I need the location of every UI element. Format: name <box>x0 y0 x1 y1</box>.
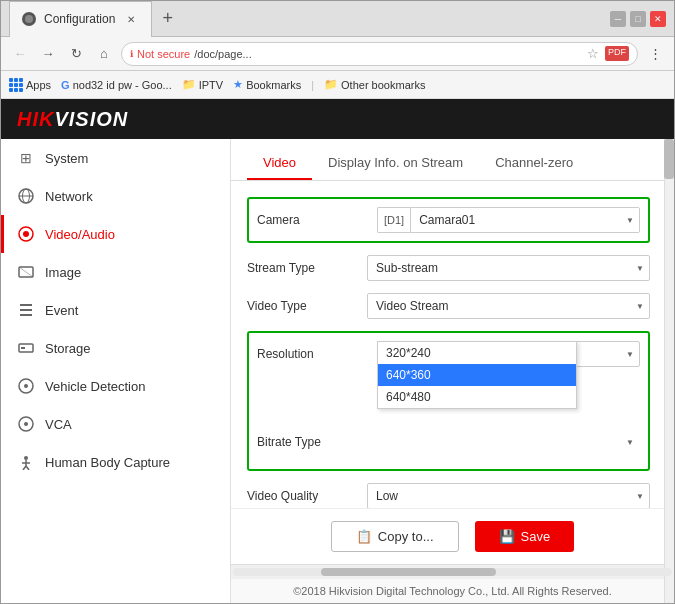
sidebar-item-vca[interactable]: VCA <box>1 405 230 443</box>
vehicle-detection-icon <box>17 377 35 395</box>
sidebar-item-vehicle-detection[interactable]: Vehicle Detection <box>1 367 230 405</box>
title-bar: Configuration ✕ + ─ □ ✕ <box>1 1 674 37</box>
active-tab[interactable]: Configuration ✕ <box>9 1 152 37</box>
svg-rect-12 <box>21 347 25 349</box>
bookmark-star-icon[interactable]: ☆ <box>587 46 599 61</box>
pdf-icon[interactable]: PDF <box>605 46 629 61</box>
footer-copyright: ©2018 Hikvision Digital Technology Co., … <box>231 578 674 603</box>
dropdown-option-640-480[interactable]: 640*480 <box>378 386 576 408</box>
forward-button[interactable]: → <box>37 43 59 65</box>
not-secure-label: Not secure <box>137 48 190 60</box>
menu-button[interactable]: ⋮ <box>644 43 666 65</box>
dropdown-option-640-360[interactable]: 640*360 <box>378 364 576 386</box>
browser-window: Configuration ✕ + ─ □ ✕ ← → ↻ ⌂ ℹ Not se… <box>0 0 675 604</box>
video-quality-label: Video Quality <box>247 489 367 503</box>
sidebar-item-storage[interactable]: Storage <box>1 329 230 367</box>
stream-type-label: Stream Type <box>247 261 367 275</box>
google-bookmark[interactable]: G nod32 id pw - Goo... <box>61 79 172 91</box>
vehicle-detection-label: Vehicle Detection <box>45 379 145 394</box>
event-icon <box>17 301 35 319</box>
maximize-button[interactable]: □ <box>630 11 646 27</box>
camera-control: [D1] Camara01 <box>377 207 640 233</box>
minimize-button[interactable]: ─ <box>610 11 626 27</box>
network-icon <box>17 187 35 205</box>
other-folder-icon: 📁 <box>324 78 338 91</box>
google-icon: G <box>61 79 70 91</box>
video-type-select[interactable]: Video Stream <box>367 293 650 319</box>
resolution-label: Resolution <box>257 347 377 361</box>
tabs-row: Video Display Info. on Stream Channel-ze… <box>231 139 674 181</box>
resolution-form-group: Resolution 640*360 <box>257 341 640 367</box>
human-body-label: Human Body Capture <box>45 455 170 470</box>
tab-channel-zero-label: Channel-zero <box>495 155 573 170</box>
tab-channel-zero[interactable]: Channel-zero <box>479 147 589 180</box>
bookmarks-item[interactable]: ★ Bookmarks <box>233 78 301 91</box>
hik-logo: HIKVISION <box>17 108 128 131</box>
vca-icon <box>17 415 35 433</box>
resolution-bitrate-group: Resolution 640*360 <box>247 331 650 471</box>
copy-icon: 📋 <box>356 529 372 544</box>
logo-hik: HIK <box>17 108 54 130</box>
svg-point-0 <box>25 15 33 23</box>
video-type-label: Video Type <box>247 299 367 313</box>
bookmarks-bar: Apps G nod32 id pw - Goo... 📁 IPTV ★ Boo… <box>1 71 674 99</box>
tab-title: Configuration <box>44 12 115 26</box>
sidebar-item-image[interactable]: Image <box>1 253 230 291</box>
sidebar-item-system[interactable]: ⊞ System <box>1 139 230 177</box>
tab-display-info[interactable]: Display Info. on Stream <box>312 147 479 180</box>
tab-favicon <box>22 12 36 26</box>
other-bookmarks[interactable]: 📁 Other bookmarks <box>324 78 425 91</box>
save-button[interactable]: 💾 Save <box>475 521 575 552</box>
window-controls: ─ □ ✕ <box>610 11 666 27</box>
sidebar-item-video-audio[interactable]: Video/Audio <box>1 215 230 253</box>
sidebar-item-event[interactable]: Event <box>1 291 230 329</box>
tab-close-button[interactable]: ✕ <box>123 11 139 27</box>
video-audio-icon <box>17 225 35 243</box>
home-button[interactable]: ⌂ <box>93 43 115 65</box>
back-button[interactable]: ← <box>9 43 31 65</box>
vertical-scrollbar[interactable] <box>664 139 674 603</box>
bitrate-type-label: Bitrate Type <box>257 435 377 449</box>
save-label: Save <box>521 529 551 544</box>
network-label: Network <box>45 189 93 204</box>
url-bar[interactable]: ℹ Not secure /doc/page... ☆ PDF <box>121 42 638 66</box>
svg-point-16 <box>24 422 28 426</box>
video-type-control: Video Stream <box>367 293 650 319</box>
close-button[interactable]: ✕ <box>650 11 666 27</box>
logo-vision: VISION <box>54 108 128 130</box>
apps-bookmark[interactable]: Apps <box>9 78 51 92</box>
human-body-icon <box>17 453 35 471</box>
google-label: nod32 id pw - Goo... <box>73 79 172 91</box>
hikvision-app: HIKVISION ⊞ System Network <box>1 99 674 603</box>
refresh-button[interactable]: ↻ <box>65 43 87 65</box>
camera-badge: [D1] <box>377 207 410 233</box>
camera-form-group: Camera [D1] Camara01 <box>257 207 640 233</box>
copy-to-button[interactable]: 📋 Copy to... <box>331 521 459 552</box>
camera-group: Camera [D1] Camara01 <box>247 197 650 243</box>
resolution-control: 640*360 320*240 <box>377 341 640 367</box>
sidebar: ⊞ System Network Video/Audio <box>1 139 231 603</box>
save-icon: 💾 <box>499 529 515 544</box>
bookmarks-label: Bookmarks <box>246 79 301 91</box>
apps-label: Apps <box>26 79 51 91</box>
tab-video[interactable]: Video <box>247 147 312 180</box>
option-640-480-label: 640*480 <box>386 390 431 404</box>
sidebar-item-network[interactable]: Network <box>1 177 230 215</box>
stream-type-select[interactable]: Sub-stream <box>367 255 650 281</box>
horizontal-scrollbar[interactable] <box>231 564 674 578</box>
new-tab-button[interactable]: + <box>152 1 183 37</box>
iptv-bookmark[interactable]: 📁 IPTV <box>182 78 223 91</box>
event-label: Event <box>45 303 78 318</box>
option-640-360-label: 640*360 <box>386 368 431 382</box>
copyright-text: ©2018 Hikvision Digital Technology Co., … <box>293 585 612 597</box>
svg-point-17 <box>24 456 28 460</box>
camera-select[interactable]: Camara01 <box>410 207 640 233</box>
svg-rect-10 <box>20 314 32 316</box>
url-actions: ☆ PDF <box>587 46 629 61</box>
video-quality-select[interactable]: Low <box>367 483 650 508</box>
video-type-group: Video Type Video Stream <box>247 293 650 319</box>
video-quality-group: Video Quality Low <box>247 483 650 508</box>
sidebar-item-human-body[interactable]: Human Body Capture <box>1 443 230 481</box>
image-icon <box>17 263 35 281</box>
dropdown-option-320[interactable]: 320*240 <box>378 342 576 364</box>
